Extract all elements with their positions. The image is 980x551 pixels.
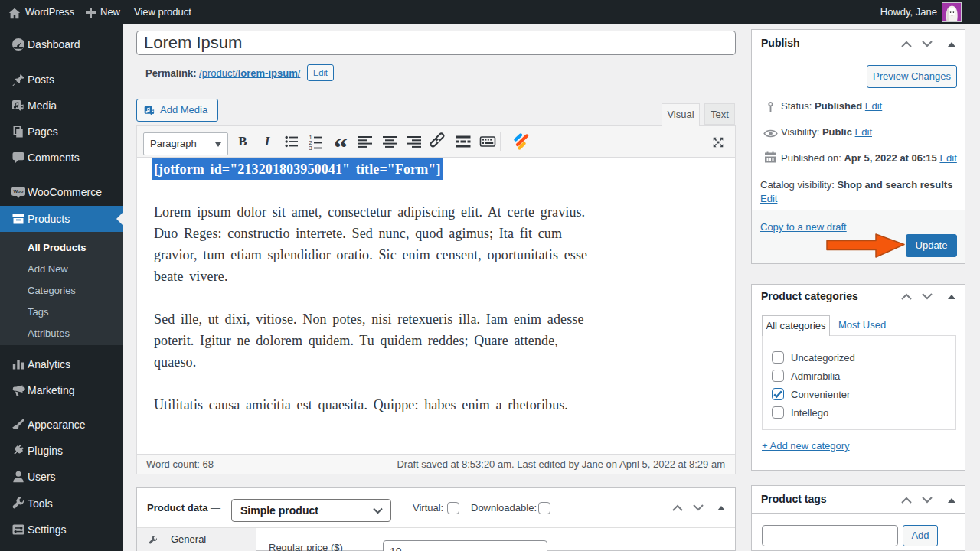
svg-text:Woo: Woo — [14, 189, 24, 194]
svg-text:3: 3 — [309, 145, 312, 151]
